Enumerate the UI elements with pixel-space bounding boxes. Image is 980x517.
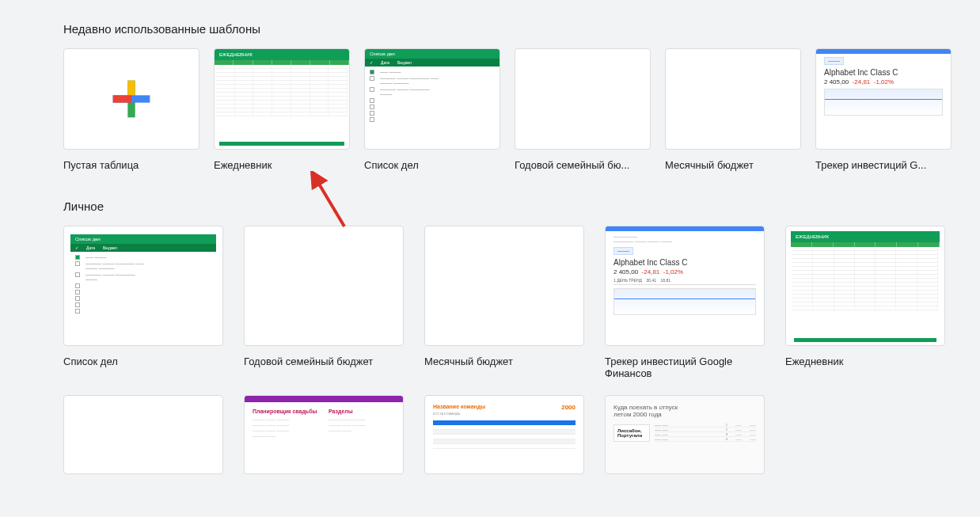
section-title-personal: Личное — [63, 200, 917, 213]
template-travel-planner[interactable]: Куда поехать в отпусклетом 2000 года Лис… — [605, 395, 765, 474]
template-thumb-finance: ——————————— ——— ——— ——— ——— Alphabet Inc… — [605, 226, 765, 346]
svg-rect-3 — [113, 95, 131, 102]
template-schedule[interactable]: ЕЖЕДНЕВНИК — [785, 226, 945, 379]
template-schedule[interactable]: ЕЖЕДНЕВНИК — [214, 48, 350, 171]
template-label: Пустая таблица — [63, 159, 199, 171]
preview-header: ЕЖЕДНЕВНИК — [215, 49, 349, 60]
template-label: Годовой семейный бюджет — [244, 355, 404, 367]
section-title-recent: Недавно использованные шаблоны — [63, 22, 917, 36]
template-gallery: Недавно использованные шаблоны Пустая та… — [0, 0, 980, 474]
template-todo[interactable]: Список дел ✓ДатаБюджет —— ——— ———— ——— —… — [63, 226, 223, 379]
template-thumb — [63, 395, 223, 474]
template-finance-tracker[interactable]: ——————————— ——— ——— ——— ——— Alphabet Inc… — [605, 226, 765, 379]
template-thumb-todo: Список дел ✓ДатаБюджет —— ——— ———— ——— —… — [364, 48, 500, 150]
recent-templates-row: Пустая таблица ЕЖЕДНЕВНИК — [63, 48, 917, 171]
template-label: Месячный бюджет — [424, 355, 584, 367]
template-label: Трекер инвестиций G... — [815, 159, 952, 171]
template-label: Ежедневник — [214, 159, 350, 171]
preview-header: Список дел — [365, 49, 499, 59]
template-annual-budget[interactable]: Годовой семейный бюджет — [244, 226, 404, 379]
template-thumb-annual-budget — [515, 48, 651, 150]
template-team-roster[interactable]: 2000 Название команды КОСТА КОМАНДА — [424, 395, 584, 474]
template-label: Трекер инвестиций Google Финансов — [605, 355, 765, 379]
personal-templates-row-1: Список дел ✓ДатаБюджет —— ——— ———— ——— —… — [63, 226, 917, 379]
template-thumb-monthly-budget — [424, 226, 584, 346]
template-thumb-finance: ——— Alphabet Inc Class C 2 405,00 -24,81… — [815, 48, 952, 150]
template-thumb-wedding: Планировщик свадьбы ———— ——— ———————— ——… — [244, 395, 404, 474]
template-label: Ежедневник — [785, 355, 945, 367]
template-thumb-team: 2000 Название команды КОСТА КОМАНДА — [424, 395, 584, 474]
template-thumb-schedule: ЕЖЕДНЕВНИК — [785, 226, 945, 346]
template-thumb-monthly-budget — [665, 48, 801, 150]
finance-company: Alphabet Inc Class C — [824, 68, 943, 77]
template-label: Годовой семейный бю... — [515, 159, 651, 171]
template-thumb-annual-budget — [244, 226, 404, 346]
personal-templates-row-2: Планировщик свадьбы ———— ——— ———————— ——… — [63, 395, 917, 474]
plus-icon — [64, 49, 199, 149]
template-unknown[interactable] — [63, 395, 223, 474]
template-thumb-blank — [63, 48, 199, 150]
template-label: Месячный бюджет — [665, 159, 801, 171]
template-label: Список дел — [364, 159, 500, 171]
template-thumb-travel: Куда поехать в отпусклетом 2000 года Лис… — [605, 395, 765, 474]
template-thumb-schedule: ЕЖЕДНЕВНИК — [214, 48, 350, 150]
template-wedding-planner[interactable]: Планировщик свадьбы ———— ——— ———————— ——… — [244, 395, 404, 474]
template-monthly-budget[interactable]: Месячный бюджет — [665, 48, 801, 171]
template-blank[interactable]: Пустая таблица — [63, 48, 199, 171]
template-annual-budget[interactable]: Годовой семейный бю... — [515, 48, 651, 171]
template-todo[interactable]: Список дел ✓ДатаБюджет —— ——— ———— ——— —… — [364, 48, 500, 171]
template-monthly-budget[interactable]: Месячный бюджет — [424, 226, 584, 379]
template-finance-tracker[interactable]: ——— Alphabet Inc Class C 2 405,00 -24,81… — [815, 48, 952, 171]
template-thumb-todo: Список дел ✓ДатаБюджет —— ——— ———— ——— —… — [63, 226, 223, 346]
template-label: Список дел — [63, 355, 223, 367]
